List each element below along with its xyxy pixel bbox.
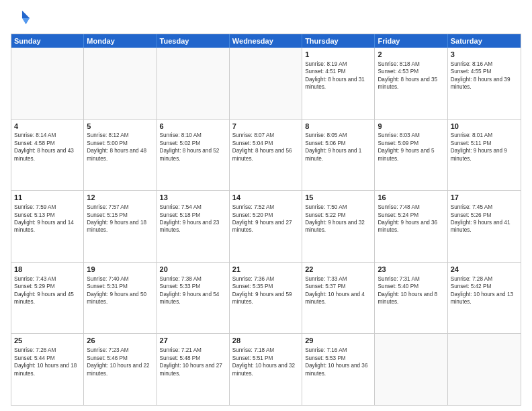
calendar-cell-5: 5Sunrise: 8:12 AM Sunset: 5:00 PM Daylig… <box>84 120 157 191</box>
calendar-cell-empty <box>157 48 230 119</box>
calendar-cell-empty <box>448 334 521 405</box>
day-number: 15 <box>305 193 371 203</box>
day-number: 3 <box>451 50 518 60</box>
cell-info: Sunrise: 7:21 AM Sunset: 5:48 PM Dayligh… <box>160 347 226 377</box>
calendar-cell-26: 26Sunrise: 7:23 AM Sunset: 5:46 PM Dayli… <box>84 334 157 405</box>
calendar-cell-4: 4Sunrise: 8:14 AM Sunset: 4:58 PM Daylig… <box>11 120 84 191</box>
day-number: 1 <box>305 50 371 60</box>
calendar-cell-empty <box>230 48 302 119</box>
calendar-cell-11: 11Sunrise: 7:59 AM Sunset: 5:13 PM Dayli… <box>11 191 84 262</box>
day-number: 7 <box>232 122 299 132</box>
cell-info: Sunrise: 8:03 AM Sunset: 5:09 PM Dayligh… <box>378 132 444 163</box>
day-number: 13 <box>160 193 226 203</box>
calendar-cell-21: 21Sunrise: 7:36 AM Sunset: 5:35 PM Dayli… <box>230 263 302 334</box>
day-number: 6 <box>160 122 226 132</box>
day-number: 2 <box>378 50 444 60</box>
calendar-cell-22: 22Sunrise: 7:33 AM Sunset: 5:37 PM Dayli… <box>302 263 375 334</box>
calendar-cell-6: 6Sunrise: 8:10 AM Sunset: 5:02 PM Daylig… <box>157 120 230 191</box>
calendar-cell-15: 15Sunrise: 7:50 AM Sunset: 5:22 PM Dayli… <box>302 191 375 262</box>
cell-info: Sunrise: 7:16 AM Sunset: 5:53 PM Dayligh… <box>305 347 371 377</box>
day-number: 24 <box>451 265 518 275</box>
calendar-cell-empty <box>11 48 84 119</box>
calendar-cell-10: 10Sunrise: 8:01 AM Sunset: 5:11 PM Dayli… <box>448 120 521 191</box>
calendar-cell-empty <box>84 48 157 119</box>
cell-info: Sunrise: 8:16 AM Sunset: 4:55 PM Dayligh… <box>451 60 518 91</box>
header-day-friday: Friday <box>375 34 447 48</box>
calendar-row-4: 25Sunrise: 7:26 AM Sunset: 5:44 PM Dayli… <box>11 333 521 405</box>
calendar-cell-2: 2Sunrise: 8:18 AM Sunset: 4:53 PM Daylig… <box>375 48 447 119</box>
calendar-cell-20: 20Sunrise: 7:38 AM Sunset: 5:33 PM Dayli… <box>157 263 230 334</box>
cell-info: Sunrise: 7:45 AM Sunset: 5:26 PM Dayligh… <box>451 203 518 234</box>
day-number: 9 <box>378 122 444 132</box>
cell-info: Sunrise: 8:19 AM Sunset: 4:51 PM Dayligh… <box>305 60 371 91</box>
day-number: 28 <box>232 336 299 346</box>
day-number: 16 <box>378 193 444 203</box>
cell-info: Sunrise: 7:36 AM Sunset: 5:35 PM Dayligh… <box>232 275 299 306</box>
header-day-sunday: Sunday <box>11 34 84 48</box>
cell-info: Sunrise: 8:10 AM Sunset: 5:02 PM Dayligh… <box>160 132 226 163</box>
day-number: 17 <box>451 193 518 203</box>
cell-info: Sunrise: 7:33 AM Sunset: 5:37 PM Dayligh… <box>305 275 371 306</box>
calendar-cell-23: 23Sunrise: 7:31 AM Sunset: 5:40 PM Dayli… <box>375 263 447 334</box>
header-day-wednesday: Wednesday <box>230 34 302 48</box>
cell-info: Sunrise: 8:07 AM Sunset: 5:04 PM Dayligh… <box>232 132 299 163</box>
page: SundayMondayTuesdayWednesdayThursdayFrid… <box>0 0 532 411</box>
calendar-cell-13: 13Sunrise: 7:54 AM Sunset: 5:18 PM Dayli… <box>157 191 230 262</box>
header-day-saturday: Saturday <box>448 34 521 48</box>
calendar-row-3: 18Sunrise: 7:43 AM Sunset: 5:29 PM Dayli… <box>11 262 521 334</box>
cell-info: Sunrise: 7:48 AM Sunset: 5:24 PM Dayligh… <box>378 203 444 234</box>
cell-info: Sunrise: 7:52 AM Sunset: 5:20 PM Dayligh… <box>232 203 299 234</box>
header-day-tuesday: Tuesday <box>157 34 230 48</box>
calendar-cell-3: 3Sunrise: 8:16 AM Sunset: 4:55 PM Daylig… <box>448 48 521 119</box>
calendar-cell-empty <box>375 334 447 405</box>
calendar-cell-28: 28Sunrise: 7:18 AM Sunset: 5:51 PM Dayli… <box>230 334 302 405</box>
cell-info: Sunrise: 7:31 AM Sunset: 5:40 PM Dayligh… <box>378 275 444 306</box>
logo <box>11 8 31 30</box>
calendar-cell-29: 29Sunrise: 7:16 AM Sunset: 5:53 PM Dayli… <box>302 334 375 405</box>
cell-info: Sunrise: 7:28 AM Sunset: 5:42 PM Dayligh… <box>451 275 518 306</box>
calendar-cell-7: 7Sunrise: 8:07 AM Sunset: 5:04 PM Daylig… <box>230 120 302 191</box>
day-number: 12 <box>87 193 153 203</box>
svg-marker-0 <box>22 11 30 18</box>
cell-info: Sunrise: 7:23 AM Sunset: 5:46 PM Dayligh… <box>87 347 153 377</box>
calendar-cell-18: 18Sunrise: 7:43 AM Sunset: 5:29 PM Dayli… <box>11 263 84 334</box>
cell-info: Sunrise: 7:26 AM Sunset: 5:44 PM Dayligh… <box>14 347 81 377</box>
calendar-cell-16: 16Sunrise: 7:48 AM Sunset: 5:24 PM Dayli… <box>375 191 447 262</box>
day-number: 11 <box>14 193 81 203</box>
calendar-cell-9: 9Sunrise: 8:03 AM Sunset: 5:09 PM Daylig… <box>375 120 447 191</box>
cell-info: Sunrise: 8:12 AM Sunset: 5:00 PM Dayligh… <box>87 132 153 163</box>
cell-info: Sunrise: 7:57 AM Sunset: 5:15 PM Dayligh… <box>87 203 153 234</box>
calendar-cell-25: 25Sunrise: 7:26 AM Sunset: 5:44 PM Dayli… <box>11 334 84 405</box>
cell-info: Sunrise: 7:40 AM Sunset: 5:31 PM Dayligh… <box>87 275 153 306</box>
calendar-row-2: 11Sunrise: 7:59 AM Sunset: 5:13 PM Dayli… <box>11 190 521 262</box>
day-number: 21 <box>232 265 299 275</box>
header-day-monday: Monday <box>84 34 157 48</box>
calendar-cell-19: 19Sunrise: 7:40 AM Sunset: 5:31 PM Dayli… <box>84 263 157 334</box>
calendar-row-0: 1Sunrise: 8:19 AM Sunset: 4:51 PM Daylig… <box>11 48 521 119</box>
calendar-row-1: 4Sunrise: 8:14 AM Sunset: 4:58 PM Daylig… <box>11 119 521 191</box>
cell-info: Sunrise: 7:54 AM Sunset: 5:18 PM Dayligh… <box>160 203 226 234</box>
calendar-cell-27: 27Sunrise: 7:21 AM Sunset: 5:48 PM Dayli… <box>157 334 230 405</box>
day-number: 25 <box>14 336 81 346</box>
day-number: 22 <box>305 265 371 275</box>
cell-info: Sunrise: 7:43 AM Sunset: 5:29 PM Dayligh… <box>14 275 81 306</box>
cell-info: Sunrise: 8:18 AM Sunset: 4:53 PM Dayligh… <box>378 60 444 91</box>
logo-icon <box>12 8 31 27</box>
calendar-cell-17: 17Sunrise: 7:45 AM Sunset: 5:26 PM Dayli… <box>448 191 521 262</box>
day-number: 5 <box>87 122 153 132</box>
day-number: 4 <box>14 122 81 132</box>
day-number: 10 <box>451 122 518 132</box>
day-number: 20 <box>160 265 226 275</box>
cell-info: Sunrise: 8:14 AM Sunset: 4:58 PM Dayligh… <box>14 132 81 163</box>
svg-marker-1 <box>22 18 30 24</box>
cell-info: Sunrise: 7:38 AM Sunset: 5:33 PM Dayligh… <box>160 275 226 306</box>
calendar-cell-24: 24Sunrise: 7:28 AM Sunset: 5:42 PM Dayli… <box>448 263 521 334</box>
header <box>11 8 521 30</box>
day-number: 26 <box>87 336 153 346</box>
calendar: SundayMondayTuesdayWednesdayThursdayFrid… <box>11 34 521 406</box>
calendar-cell-12: 12Sunrise: 7:57 AM Sunset: 5:15 PM Dayli… <box>84 191 157 262</box>
calendar-body: 1Sunrise: 8:19 AM Sunset: 4:51 PM Daylig… <box>11 48 521 405</box>
day-number: 8 <box>305 122 371 132</box>
cell-info: Sunrise: 7:59 AM Sunset: 5:13 PM Dayligh… <box>14 203 81 234</box>
day-number: 23 <box>378 265 444 275</box>
